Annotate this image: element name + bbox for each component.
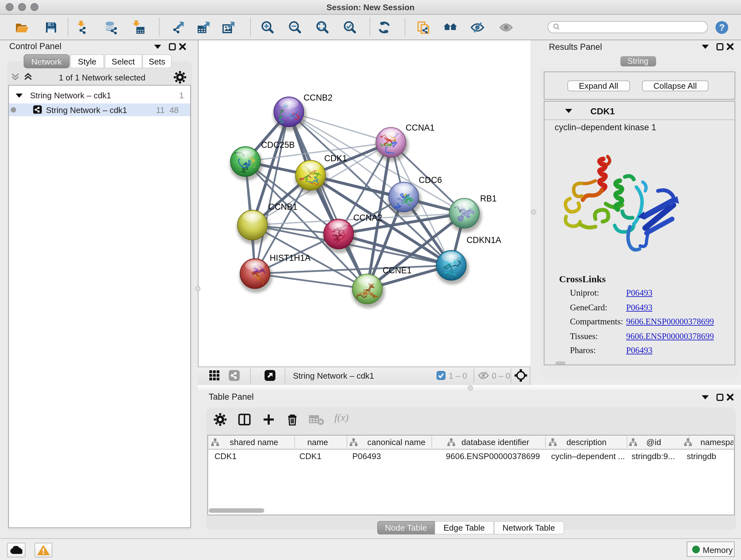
svg-text:CDK1: CDK1 — [324, 153, 347, 163]
svg-text:CDC6: CDC6 — [418, 175, 442, 185]
svg-text:CDKN1A: CDKN1A — [466, 235, 501, 245]
svg-text:HIST1H1A: HIST1H1A — [269, 253, 310, 262]
svg-text:CCNA2: CCNA2 — [353, 212, 382, 222]
svg-text:CCNA1: CCNA1 — [405, 123, 434, 132]
svg-text:?: ? — [719, 22, 725, 32]
svg-text:CCNB2: CCNB2 — [303, 92, 332, 102]
svg-text:CCNB1: CCNB1 — [268, 202, 297, 211]
svg-text:RB1: RB1 — [480, 193, 496, 203]
svg-text:CCNE1: CCNE1 — [382, 265, 411, 275]
svg-text:CDC25B: CDC25B — [261, 140, 294, 149]
